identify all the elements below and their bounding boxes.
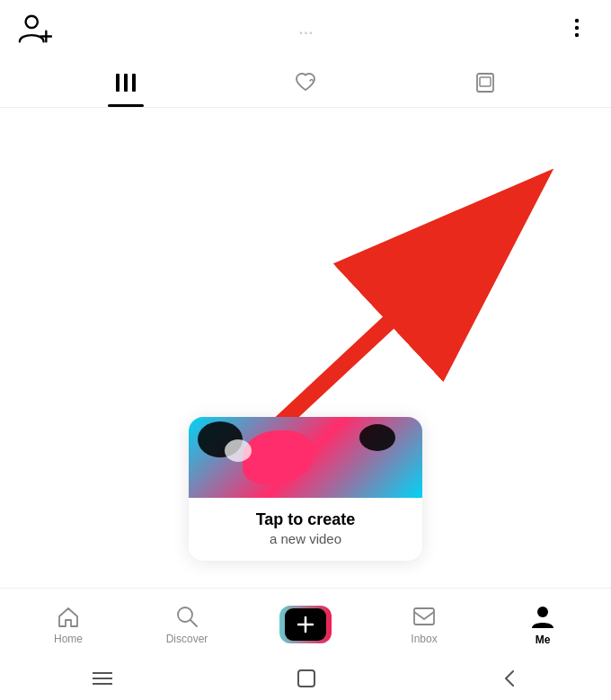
- svg-rect-8: [132, 74, 136, 92]
- svg-rect-22: [298, 670, 314, 687]
- tab-grid[interactable]: [36, 58, 216, 107]
- svg-point-0: [26, 15, 38, 27]
- svg-rect-17: [414, 608, 434, 625]
- nav-item-me[interactable]: Me: [516, 603, 570, 646]
- svg-rect-10: [480, 77, 491, 86]
- svg-rect-6: [116, 74, 120, 92]
- svg-line-12: [265, 191, 530, 438]
- back-icon: [500, 669, 518, 688]
- create-card-image: [189, 417, 422, 498]
- nav-label-inbox: Inbox: [411, 633, 437, 645]
- nav-item-create[interactable]: [279, 606, 332, 643]
- svg-rect-7: [124, 74, 128, 92]
- inbox-icon: [412, 604, 437, 629]
- nav-label-discover: Discover: [166, 633, 208, 645]
- plus-icon: [296, 615, 315, 634]
- search-icon: [174, 604, 199, 629]
- svg-line-14: [190, 620, 197, 626]
- saved-icon: [473, 70, 498, 95]
- nav-item-home[interactable]: Home: [41, 604, 95, 645]
- plus-inner: [285, 608, 326, 641]
- create-plus-button[interactable]: [279, 606, 332, 643]
- nav-label-me: Me: [536, 634, 551, 646]
- main-content: Tap to create a new video: [0, 108, 611, 588]
- header: ...: [0, 0, 611, 58]
- system-menu-button[interactable]: [85, 664, 120, 696]
- me-icon: [529, 603, 556, 630]
- add-user-button[interactable]: [18, 11, 52, 49]
- system-home-button[interactable]: [289, 661, 323, 699]
- create-video-card[interactable]: Tap to create a new video: [189, 417, 422, 561]
- square-icon: [297, 669, 316, 688]
- header-title: ...: [299, 22, 314, 38]
- hamburger-icon: [93, 671, 112, 686]
- home-icon: [56, 604, 81, 629]
- create-card-subtitle: a new video: [207, 531, 404, 546]
- svg-point-3: [575, 18, 579, 22]
- svg-point-5: [575, 32, 579, 36]
- create-card-title: Tap to create: [207, 510, 404, 529]
- grid-icon: [113, 70, 138, 95]
- nav-item-discover[interactable]: Discover: [160, 604, 214, 645]
- add-user-icon: [18, 11, 52, 49]
- create-card-text: Tap to create a new video: [189, 498, 422, 561]
- liked-icon: [293, 70, 318, 95]
- svg-point-4: [575, 25, 579, 29]
- more-menu-button[interactable]: [561, 12, 593, 48]
- system-back-button[interactable]: [493, 661, 526, 699]
- nav-label-home: Home: [54, 633, 83, 645]
- bottom-nav: Home Discover Inbox: [0, 588, 611, 660]
- tabs-bar: [0, 58, 611, 108]
- tab-saved[interactable]: [395, 58, 575, 107]
- svg-point-18: [537, 607, 548, 617]
- system-nav-bar: [0, 660, 611, 700]
- nav-item-inbox[interactable]: Inbox: [397, 604, 451, 645]
- tab-liked[interactable]: [216, 58, 395, 107]
